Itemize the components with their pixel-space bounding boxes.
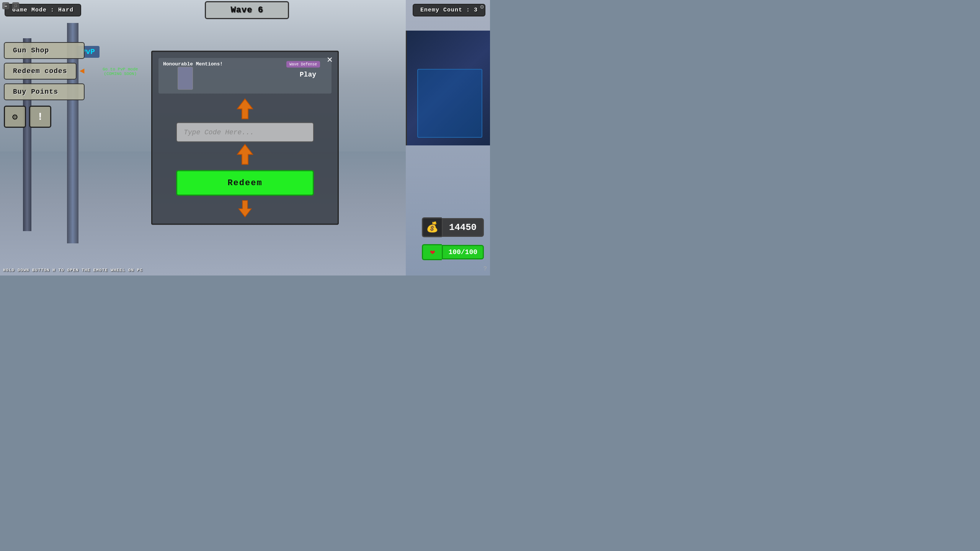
modal-preview: Honourable Mentions! Wave Defense Play bbox=[158, 58, 332, 94]
play-label: Play bbox=[300, 71, 316, 78]
redeem-button[interactable]: Redeem bbox=[176, 170, 314, 196]
currency-icon: 💰 bbox=[426, 221, 438, 233]
enemy-count-label: Enemy Count : 3 bbox=[420, 7, 478, 13]
minimize-button[interactable]: ▬ bbox=[2, 2, 9, 9]
left-panel: Gun Shop Redeem codes ◄ Buy Points ⚙ ! bbox=[4, 42, 85, 128]
currency-value: 14450 bbox=[442, 218, 484, 237]
redeem-codes-button[interactable]: Redeem codes bbox=[4, 63, 77, 80]
health-display: ❤ 100/100 bbox=[422, 244, 484, 260]
code-input-field[interactable] bbox=[176, 122, 314, 142]
arrow-up-svg-1 bbox=[236, 98, 254, 120]
gun-shop-label: Gun Shop bbox=[13, 47, 49, 54]
modal-close-button[interactable]: ✕ bbox=[327, 55, 333, 64]
svg-marker-2 bbox=[239, 201, 252, 217]
scene-screens bbox=[406, 31, 490, 145]
health-icon: ❤ bbox=[430, 247, 435, 258]
health-icon-box: ❤ bbox=[422, 244, 442, 260]
honourable-label: Honourable Mentions! bbox=[163, 61, 223, 67]
redeem-row: Redeem codes ◄ bbox=[4, 63, 85, 80]
redeem-button-label: Redeem bbox=[227, 178, 262, 188]
exclamation-icon: ! bbox=[37, 111, 44, 123]
character-sprite bbox=[178, 67, 193, 90]
game-mode-label: Game Mode : Hard bbox=[12, 7, 74, 13]
svg-marker-0 bbox=[237, 99, 253, 119]
arrow-up-3 bbox=[237, 198, 253, 218]
top-hud: Game Mode : Hard Wave 6 Enemy Count : 3 bbox=[0, 0, 490, 20]
wave-label: Wave 6 bbox=[230, 5, 263, 15]
question-mark-icon[interactable]: ? bbox=[483, 266, 487, 272]
arrow-up-svg-2 bbox=[236, 144, 254, 165]
close-icon: ✕ bbox=[327, 55, 333, 64]
bottom-hint: HOLD DOWN BUTTON H TO OPEN THE EMOTE WHE… bbox=[3, 268, 143, 272]
arrow-up-1 bbox=[236, 98, 254, 122]
health-value: 100/100 bbox=[442, 245, 484, 259]
maximize-button[interactable]: □ bbox=[12, 2, 19, 9]
wave-defense-badge: Wave Defense bbox=[286, 61, 320, 68]
icon-buttons-row: ⚙ ! bbox=[4, 106, 85, 128]
pvp-coming-soon: Go to PvP mode (COMING SOON) bbox=[103, 67, 138, 76]
settings-button[interactable]: ⚙ bbox=[4, 106, 26, 128]
arrow-up-2 bbox=[236, 144, 254, 167]
redeem-codes-label: Redeem codes bbox=[13, 67, 67, 75]
window-controls: ▬ □ bbox=[2, 2, 19, 9]
buy-points-button[interactable]: Buy Points bbox=[4, 83, 85, 100]
top-right-icon[interactable]: ⚙ bbox=[480, 3, 484, 11]
redeem-modal: ✕ Honourable Mentions! Wave Defense Play… bbox=[151, 51, 339, 225]
screen-glow bbox=[417, 69, 482, 138]
currency-display: 💰 14450 bbox=[422, 217, 484, 237]
arrow-down-svg bbox=[237, 200, 253, 218]
enemy-count-badge: Enemy Count : 3 bbox=[413, 4, 485, 16]
arrow-indicator: ◄ bbox=[80, 67, 85, 76]
currency-icon-box: 💰 bbox=[422, 217, 442, 237]
exclamation-button[interactable]: ! bbox=[29, 106, 51, 128]
buy-points-label: Buy Points bbox=[13, 88, 58, 96]
gun-shop-button[interactable]: Gun Shop bbox=[4, 42, 85, 59]
wave-badge: Wave 6 bbox=[205, 1, 289, 19]
svg-marker-1 bbox=[237, 145, 253, 165]
settings-icon: ⚙ bbox=[12, 111, 18, 122]
